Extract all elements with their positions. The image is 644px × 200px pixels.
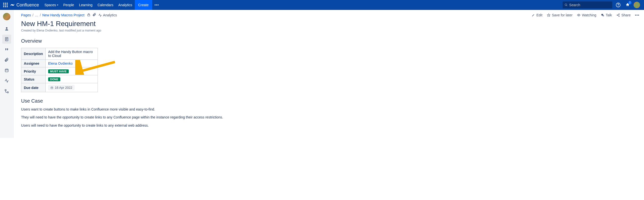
star-icon [547,13,550,17]
attachments-icon[interactable] [92,13,96,17]
svg-point-10 [156,4,157,5]
rail-activity-icon[interactable] [2,76,11,85]
breadcrumb-row: Pages / … / New Handy Macros Project Ana… [21,13,639,17]
svg-rect-6 [3,6,4,7]
share-icon [616,13,620,17]
rail-user-icon[interactable] [2,24,11,33]
svg-point-37 [638,15,639,16]
body: Pages / … / New Handy Macros Project Ana… [0,10,644,138]
create-label: Create [138,3,149,7]
dots-icon [154,4,158,5]
crumb-pages[interactable]: Pages [21,13,31,17]
rail-calendar-icon[interactable] [2,66,11,75]
search-icon [564,3,568,7]
top-bar: Confluence Spaces ▾ People Learning Cale… [0,0,644,10]
duedate-value: 16 Apr 2022 [55,86,72,89]
calendar-icon [4,68,9,73]
watching-action[interactable]: Watching [577,13,596,17]
edit-label: Edit [536,13,542,17]
label-priority: Priority [21,67,46,75]
confluence-logo[interactable]: Confluence [9,0,42,10]
space-avatar[interactable] [3,13,10,20]
crumb-sep: / [32,13,34,17]
nav-people-label: People [63,3,74,7]
usecase-heading: Use Case [21,98,639,104]
restrictions-icon[interactable] [87,13,90,17]
quotes-icon [4,47,9,52]
label-duedate: Due date [21,83,46,92]
svg-marker-28 [547,14,550,16]
app-switcher-icon[interactable] [2,1,9,8]
main-content: Pages / … / New Handy Macros Project Ana… [14,10,644,138]
rail-page-icon[interactable] [2,35,11,44]
top-bar-left: Confluence Spaces ▾ People Learning Cale… [2,0,161,10]
nav-people[interactable]: People [61,0,77,10]
crumb-project[interactable]: New Handy Macros Project [42,13,84,17]
duedate-chip[interactable]: 16 Apr 2022 [48,85,74,90]
priority-lozenge[interactable]: MUST HAVE [48,69,69,73]
nav-spaces-label: Spaces [44,3,56,7]
talk-action[interactable]: Talk [601,13,612,17]
rail-tree-icon[interactable] [2,87,11,96]
svg-rect-27 [88,15,90,16]
nav-calendars[interactable]: Calendars [95,0,116,10]
page-actions: Edit Save for later Watching Talk Share [532,13,639,17]
watching-label: Watching [582,13,596,17]
save-action[interactable]: Save for later [547,13,572,17]
page-analytics[interactable]: Analytics [98,13,117,17]
crumb-ellipsis[interactable]: … [35,13,38,17]
value-assignee[interactable]: Elena Ovdienko [48,61,73,65]
rail-quotes-icon[interactable] [2,45,11,54]
breadcrumbs: Pages / … / New Handy Macros Project [21,13,84,17]
row-priority: Priority MUST HAVE [21,67,98,75]
rail-attach-icon[interactable] [2,55,11,64]
svg-point-35 [635,15,636,16]
share-action[interactable]: Share [616,13,630,17]
notif-badge: 2 [628,1,632,4]
edit-action[interactable]: Edit [532,13,542,17]
overview-table: Description Add the Handy Button macro t… [21,48,98,92]
svg-rect-25 [5,89,6,91]
svg-point-30 [618,14,620,15]
more-actions[interactable] [635,15,639,16]
label-assignee: Assignee [21,60,46,67]
search-input[interactable] [569,3,610,7]
eye-icon [577,13,580,17]
share-label: Share [622,13,630,17]
svg-point-12 [565,4,567,5]
nav-analytics-label: Analytics [118,3,132,7]
row-description: Description Add the Handy Button macro t… [21,48,98,60]
dots-icon [635,15,639,16]
svg-rect-1 [5,3,6,4]
svg-rect-21 [5,69,8,72]
row-duedate: Due date 16 Apr 2022 [21,83,98,92]
left-rail [0,10,14,138]
svg-line-13 [566,5,567,6]
pencil-icon [532,13,535,17]
help-icon [616,2,621,7]
svg-point-15 [618,6,618,6]
nav-learning[interactable]: Learning [76,0,95,10]
nav-analytics[interactable]: Analytics [116,0,135,10]
svg-rect-7 [5,6,6,7]
page-analytics-label: Analytics [103,13,117,17]
analytics-icon [98,13,102,17]
page-byline: Created by Elena Ovdienko, last modified… [21,29,639,32]
notifications-button[interactable]: 2 [624,1,631,8]
talk-icon [601,13,604,17]
user-avatar[interactable] [634,2,640,8]
usecase-p2: They will need to have the opportunity t… [21,115,639,120]
create-button[interactable]: Create [135,0,152,10]
confluence-icon [10,2,15,7]
status-lozenge[interactable]: DONE [48,77,60,81]
help-button[interactable] [615,1,622,8]
usecase-p1: Users want to create buttons to make lin… [21,107,639,112]
svg-point-9 [154,4,156,5]
nav-spaces[interactable]: Spaces ▾ [42,0,61,10]
search-box[interactable] [562,1,612,8]
nav-learning-label: Learning [79,3,92,7]
svg-rect-8 [7,6,8,7]
activity-icon [4,79,9,83]
topbar-more-button[interactable] [152,0,161,10]
app-name: Confluence [16,2,39,8]
